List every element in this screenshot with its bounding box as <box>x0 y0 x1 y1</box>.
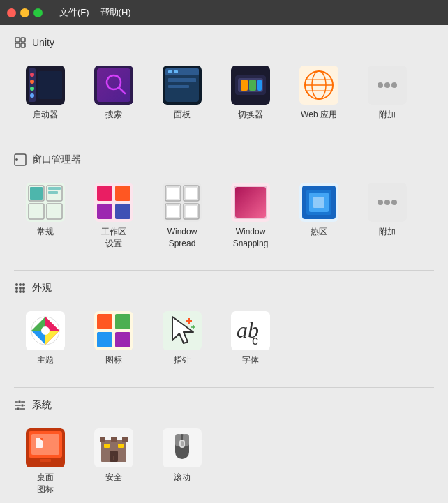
item-workspace[interactable]: 工作区 设置 <box>82 176 145 257</box>
svg-point-78 <box>15 287 18 290</box>
item-theme[interactable]: 主题 <box>14 304 77 373</box>
sep-3 <box>14 387 434 388</box>
fonts-icon-img: ab c <box>231 311 270 350</box>
svg-point-104 <box>18 400 21 403</box>
svg-rect-8 <box>30 80 34 84</box>
svg-rect-50 <box>97 186 112 201</box>
svg-point-37 <box>384 82 390 88</box>
item-extra1[interactable]: 附加 <box>356 59 419 128</box>
appearance-section-icon <box>14 282 27 294</box>
item-desktop-icons[interactable]: 桌面 图标 <box>14 421 77 502</box>
item-window-spread[interactable]: Window Spread <box>151 176 214 257</box>
traffic-lights <box>7 8 43 17</box>
svg-point-105 <box>21 404 24 407</box>
security-icon-img <box>94 428 133 467</box>
menu-file[interactable]: 文件(F) <box>54 3 95 22</box>
svg-rect-0 <box>15 38 20 42</box>
svg-rect-26 <box>241 80 248 91</box>
svg-rect-116 <box>100 437 105 442</box>
section-system-header: 系统 <box>14 399 434 412</box>
svg-rect-53 <box>115 204 130 219</box>
theme-label: 主题 <box>37 354 54 366</box>
item-extra2[interactable]: 附加 <box>356 176 419 257</box>
item-switcher[interactable]: 切换器 <box>219 59 282 128</box>
section-wm: 窗口管理器 常规 <box>14 153 434 257</box>
svg-point-73 <box>384 200 390 205</box>
section-unity-header: Unity <box>14 36 434 49</box>
svg-point-77 <box>22 283 25 286</box>
item-search[interactable]: 搜索 <box>82 59 145 128</box>
svg-rect-60 <box>185 187 197 200</box>
unity-section-icon <box>14 36 27 49</box>
svg-point-38 <box>391 82 397 88</box>
item-webapp[interactable]: Web 应用 <box>288 59 350 128</box>
svg-point-74 <box>391 200 397 205</box>
wm-grid: 常规 工作区 设置 <box>14 176 434 257</box>
maximize-button[interactable] <box>33 8 43 17</box>
svg-rect-1 <box>21 38 25 42</box>
item-fonts[interactable]: ab c 字体 <box>219 304 282 373</box>
svg-point-75 <box>15 283 18 286</box>
system-section-icon <box>14 399 27 412</box>
panel-icon-img <box>163 66 202 105</box>
titlebar-menus: 文件(F) 帮助(H) <box>54 3 137 22</box>
general-label: 常规 <box>37 226 54 238</box>
item-cursor[interactable]: 指针 <box>151 304 214 373</box>
section-system: 系统 桌面 图标 <box>14 399 434 502</box>
svg-rect-117 <box>111 437 117 442</box>
section-unity: Unity 启动器 <box>14 36 434 128</box>
svg-point-76 <box>19 283 22 286</box>
svg-rect-91 <box>115 332 130 347</box>
svg-point-36 <box>378 82 383 88</box>
svg-point-80 <box>22 287 25 290</box>
desktop-icons-icon-img <box>26 428 65 467</box>
svg-point-82 <box>19 290 22 293</box>
close-button[interactable] <box>7 8 16 17</box>
hotzone-label: 热区 <box>311 226 327 238</box>
hotzone-icon-img <box>299 183 338 222</box>
svg-rect-27 <box>249 80 256 91</box>
item-panel[interactable]: 面板 <box>151 59 214 128</box>
extra1-label: 附加 <box>379 109 396 121</box>
svg-rect-88 <box>97 314 112 329</box>
workspace-label: 工作区 设置 <box>101 226 126 250</box>
switcher-icon-img <box>231 66 270 105</box>
svg-rect-70 <box>313 197 324 208</box>
item-icons[interactable]: 图标 <box>82 304 145 373</box>
minimize-button[interactable] <box>20 8 29 17</box>
section-system-label: 系统 <box>32 399 52 412</box>
svg-rect-65 <box>235 187 266 218</box>
section-appearance-header: 外观 <box>14 282 434 294</box>
item-window-snapping[interactable]: Window Snapping <box>219 176 282 257</box>
item-security[interactable]: 安全 <box>82 421 145 502</box>
svg-point-81 <box>15 290 18 293</box>
menu-help[interactable]: 帮助(H) <box>95 3 137 22</box>
general-icon-img <box>26 183 65 222</box>
cursor-label: 指针 <box>174 354 191 366</box>
svg-rect-7 <box>30 73 34 77</box>
workspace-icon-img <box>94 183 133 222</box>
window-snapping-label: Window Snapping <box>233 226 269 250</box>
scroll-icon-img <box>163 428 202 467</box>
section-appearance-label: 外观 <box>32 282 52 294</box>
section-wm-header: 窗口管理器 <box>14 153 434 166</box>
item-launcher[interactable]: 启动器 <box>14 59 77 128</box>
item-scroll[interactable]: 滚动 <box>151 421 214 502</box>
svg-rect-121 <box>118 444 124 448</box>
sep-2 <box>14 270 434 271</box>
launcher-icon <box>26 66 65 105</box>
svg-rect-110 <box>40 459 51 462</box>
window-spread-label: Window Spread <box>155 226 209 250</box>
window-spread-icon-img <box>163 183 202 222</box>
svg-rect-3 <box>21 43 25 47</box>
item-general[interactable]: 常规 <box>14 176 77 257</box>
icons-label: 图标 <box>105 354 122 366</box>
search-label: 搜索 <box>105 109 122 121</box>
scroll-label: 滚动 <box>174 472 191 483</box>
security-label: 安全 <box>105 472 122 483</box>
svg-point-106 <box>17 407 20 410</box>
webapp-icon-img <box>299 66 338 105</box>
svg-point-86 <box>41 326 50 335</box>
item-hotzone[interactable]: 热区 <box>288 176 350 257</box>
svg-rect-52 <box>97 204 112 219</box>
